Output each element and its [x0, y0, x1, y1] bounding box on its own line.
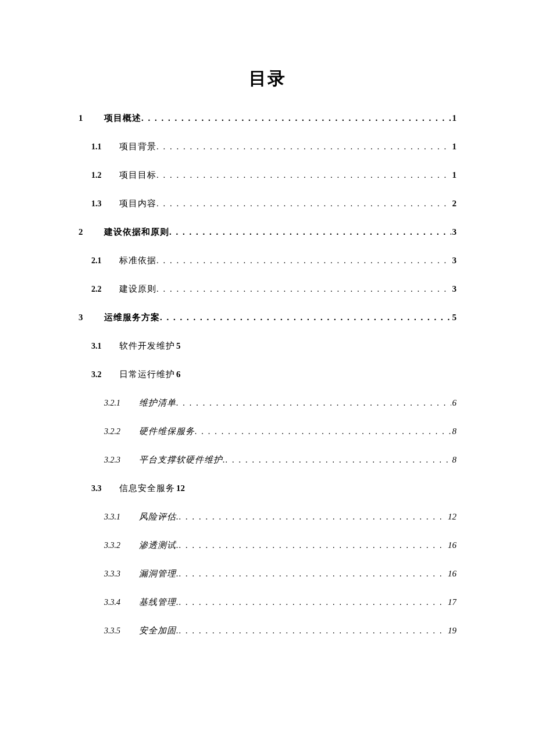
toc-number: 2.2 — [91, 285, 119, 294]
toc-number: 1 — [79, 113, 104, 123]
toc-entry: 3.3.2渗透测试. 16 — [104, 540, 456, 551]
toc-entry: 3.2.3平台支撑软硬件维护. 8 — [104, 454, 456, 465]
toc-list: 1项目概述 11.1项目背景 11.2项目目标 11.3项目内容 22建设依据和… — [79, 113, 456, 636]
toc-leader-dots — [179, 597, 447, 607]
toc-title: 目录 — [79, 67, 456, 91]
toc-number: 3 — [79, 313, 104, 323]
toc-label: 标准依据 — [119, 255, 156, 266]
toc-page-number: 6 — [451, 398, 457, 408]
toc-label: 日常运行维护 — [119, 369, 175, 380]
toc-entry: 3.2日常运行维护6 — [91, 369, 456, 380]
toc-leader-dots — [179, 569, 447, 579]
toc-entry: 1.1项目背景 1 — [91, 141, 456, 152]
toc-entry: 3运维服务方案 5 — [79, 312, 456, 323]
toc-page-number: 6 — [175, 370, 181, 379]
toc-entry: 3.3.3漏洞管理. 16 — [104, 568, 456, 579]
toc-page-number: 16 — [447, 569, 456, 579]
toc-label: 软件开发维护 — [119, 341, 175, 352]
toc-label: 运维服务方案 — [104, 312, 160, 323]
toc-leader-dots — [179, 540, 447, 550]
toc-number: 3.3.2 — [104, 541, 139, 550]
toc-entry: 2建设依据和原则 3 — [79, 227, 456, 238]
toc-number: 3.2 — [91, 370, 119, 379]
toc-label: 安全加固. — [139, 625, 179, 636]
toc-page-number: 3 — [451, 227, 457, 237]
toc-label: 维护清单 — [139, 397, 176, 409]
toc-leader-dots — [179, 512, 447, 522]
toc-page-number: 5 — [175, 341, 181, 351]
toc-page-number: 1 — [451, 142, 457, 152]
toc-label: 建设原则 — [119, 284, 156, 295]
toc-page-number: 1 — [451, 113, 457, 123]
toc-leader-dots — [169, 227, 451, 237]
toc-label: 项目内容 — [119, 198, 156, 209]
toc-page-number: 3 — [451, 256, 457, 266]
toc-label: 项目概述 — [104, 113, 141, 124]
toc-number: 2 — [79, 227, 104, 237]
toc-entry: 1项目概述 1 — [79, 113, 456, 124]
document-page: 目录 1项目概述 11.1项目背景 11.2项目目标 11.3项目内容 22建设… — [0, 0, 535, 756]
toc-page-number: 5 — [451, 313, 457, 323]
toc-label: 漏洞管理. — [139, 568, 179, 579]
toc-leader-dots — [141, 113, 451, 123]
toc-leader-dots — [226, 455, 451, 465]
toc-leader-dots — [156, 170, 451, 180]
toc-entry: 3.1软件开发维护5 — [91, 341, 456, 352]
toc-entry: 3.3.4基线管理. 17 — [104, 597, 456, 608]
toc-label: 风险评估. — [139, 511, 179, 522]
toc-label: 平台支撑软硬件维护. — [139, 454, 226, 465]
toc-number: 3.3.3 — [104, 569, 139, 579]
toc-entry: 3.2.1维护清单 6 — [104, 397, 456, 409]
toc-label: 基线管理. — [139, 597, 179, 608]
toc-page-number: 12 — [175, 483, 185, 493]
toc-entry: 2.1标准依据 3 — [91, 255, 456, 266]
toc-entry: 1.2项目目标 1 — [91, 170, 456, 181]
toc-entry: 2.2建设原则 3 — [91, 284, 456, 295]
toc-number: 1.1 — [91, 142, 119, 152]
toc-number: 3.2.1 — [104, 399, 139, 408]
toc-label: 项目目标 — [119, 170, 156, 181]
toc-number: 3.3.1 — [104, 513, 139, 522]
toc-number: 3.2.3 — [104, 456, 139, 465]
toc-entry: 3.3.5安全加固. 19 — [104, 625, 456, 636]
toc-entry: 3.3.1风险评估. 12 — [104, 511, 456, 522]
toc-page-number: 16 — [447, 540, 456, 550]
toc-label: 硬件维保服务 — [139, 426, 195, 437]
toc-page-number: 19 — [447, 626, 456, 636]
toc-leader-dots — [156, 142, 451, 152]
toc-page-number: 2 — [451, 199, 457, 209]
toc-page-number: 8 — [451, 455, 457, 465]
toc-page-number: 3 — [451, 284, 457, 294]
toc-number: 3.3.5 — [104, 626, 139, 636]
toc-entry: 1.3项目内容 2 — [91, 198, 456, 209]
toc-number: 1.2 — [91, 171, 119, 180]
toc-label: 建设依据和原则 — [104, 227, 169, 238]
toc-number: 3.1 — [91, 342, 119, 351]
toc-page-number: 1 — [451, 170, 457, 180]
toc-leader-dots — [176, 398, 451, 408]
toc-number: 3.3 — [91, 484, 119, 493]
toc-label: 项目背景 — [119, 141, 156, 152]
toc-leader-dots — [179, 626, 447, 636]
toc-number: 1.3 — [91, 199, 119, 209]
toc-page-number: 8 — [451, 427, 457, 436]
toc-leader-dots — [156, 256, 451, 266]
toc-leader-dots — [156, 284, 451, 294]
toc-leader-dots — [156, 199, 451, 209]
toc-entry: 3.3信息安全服务12 — [91, 483, 456, 494]
toc-leader-dots — [160, 313, 451, 323]
toc-entry: 3.2.2硬件维保服务 8 — [104, 426, 456, 437]
toc-number: 2.1 — [91, 256, 119, 266]
toc-label: 渗透测试. — [139, 540, 179, 551]
toc-number: 3.2.2 — [104, 427, 139, 436]
toc-label: 信息安全服务 — [119, 483, 175, 494]
toc-page-number: 17 — [447, 597, 456, 607]
toc-number: 3.3.4 — [104, 598, 139, 607]
toc-page-number: 12 — [447, 512, 456, 522]
toc-leader-dots — [195, 427, 451, 436]
